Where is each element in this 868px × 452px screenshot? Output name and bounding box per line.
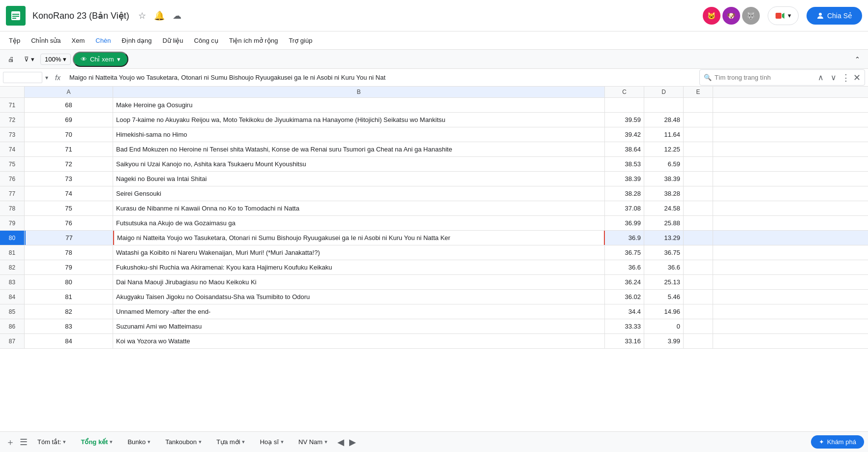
- cell-a[interactable]: 73: [25, 172, 113, 186]
- cell-d[interactable]: 12.25: [644, 142, 684, 156]
- table-row[interactable]: 77 74 Seirei Gensouki 38.28 38.28: [0, 186, 868, 201]
- menu-tienich[interactable]: Tiện ích mở rộng: [224, 35, 283, 46]
- cell-b[interactable]: Akugyaku Taisen Jigoku no Ooisandatsu-Sh…: [113, 290, 605, 304]
- cell-d[interactable]: 14.96: [644, 304, 684, 319]
- cell-a[interactable]: 84: [25, 334, 113, 348]
- cell-d[interactable]: 28.48: [644, 113, 684, 127]
- cell-c[interactable]: 33.16: [605, 334, 644, 348]
- cell-d[interactable]: 0: [644, 319, 684, 333]
- cell-c[interactable]: 39.42: [605, 127, 644, 142]
- table-row[interactable]: 85 82 Unnamed Memory -after the end- 34.…: [0, 304, 868, 319]
- cell-b[interactable]: Loop 7-kaime no Akuyaku Reijou wa, Moto …: [113, 113, 605, 127]
- search-input[interactable]: [715, 74, 813, 81]
- table-row[interactable]: 73 70 Himekishi-sama no Himo 39.42 11.64: [0, 127, 868, 142]
- cell-d[interactable]: 24.58: [644, 201, 684, 215]
- table-row[interactable]: 87 84 Koi wa Yozora wo Watatte 33.16 3.9…: [0, 334, 868, 349]
- cell-a[interactable]: 70: [25, 127, 113, 142]
- cell-e[interactable]: [684, 304, 713, 319]
- star-icon[interactable]: ☆: [136, 9, 148, 22]
- cell-e[interactable]: [684, 157, 713, 171]
- menu-dulieu[interactable]: Dữ liệu: [158, 35, 188, 46]
- table-row[interactable]: 80 77 Maigo ni Natteita Youjo wo Tasuket…: [0, 231, 868, 245]
- menu-trogiup[interactable]: Trợ giúp: [284, 35, 317, 46]
- cell-a[interactable]: 78: [25, 245, 113, 260]
- cloud-icon[interactable]: ☁: [171, 9, 183, 22]
- cell-a[interactable]: 74: [25, 186, 113, 201]
- cell-c[interactable]: 39.59: [605, 113, 644, 127]
- table-row[interactable]: 81 78 Watashi ga Koibito ni Nareru Waken…: [0, 245, 868, 260]
- cell-e[interactable]: [684, 334, 713, 348]
- cell-c[interactable]: 38.64: [605, 142, 644, 156]
- alarm-icon[interactable]: 🔔: [152, 9, 167, 22]
- cell-c[interactable]: 37.08: [605, 201, 644, 215]
- cell-a[interactable]: 80: [25, 275, 113, 289]
- cell-b[interactable]: Nageki no Bourei wa Intai Shitai: [113, 172, 605, 186]
- cell-d[interactable]: 38.39: [644, 172, 684, 186]
- cell-c[interactable]: 36.75: [605, 245, 644, 260]
- cell-c[interactable]: 38.28: [605, 186, 644, 201]
- cell-b[interactable]: Koi wa Yozora wo Watatte: [113, 334, 605, 348]
- table-row[interactable]: 71 68 Make Heroine ga Oosugiru: [0, 98, 868, 113]
- col-header-D[interactable]: D: [644, 87, 684, 97]
- tab-tankoubon[interactable]: Tankoubon ▾: [158, 435, 209, 449]
- table-row[interactable]: 82 79 Fukushoku-shi Ruchia wa Akiramenai…: [0, 260, 868, 275]
- cell-d[interactable]: 13.29: [644, 231, 684, 245]
- tab-prev-button[interactable]: ◀: [335, 435, 346, 450]
- search-next-button[interactable]: ∨: [829, 72, 838, 83]
- cell-b[interactable]: Dai Nana Maouji Jirubagiasu no Maou Keik…: [113, 275, 605, 289]
- cell-e[interactable]: [684, 172, 713, 186]
- cell-e[interactable]: [684, 113, 713, 127]
- share-button[interactable]: Chia Sẻ: [807, 7, 862, 25]
- cell-e[interactable]: [684, 290, 713, 304]
- cell-d[interactable]: 25.13: [644, 275, 684, 289]
- tab-tomtat[interactable]: Tóm tắt: ▾: [30, 435, 73, 449]
- collapse-button[interactable]: ⌃: [851, 54, 864, 65]
- cell-a[interactable]: 77: [25, 231, 113, 245]
- tab-tongket[interactable]: Tổng kết ▾: [74, 435, 120, 449]
- menu-dinhdag[interactable]: Định dạng: [117, 35, 156, 46]
- cell-b[interactable]: Fukushoku-shi Ruchia wa Akiramenai: Kyou…: [113, 260, 605, 274]
- cell-b[interactable]: Unnamed Memory -after the end-: [113, 304, 605, 319]
- table-row[interactable]: 75 72 Saikyou ni Uzai Kanojo no, Ashita …: [0, 157, 868, 172]
- table-row[interactable]: 78 75 Kurasu de Nibanme ni Kawaii Onna n…: [0, 201, 868, 216]
- explore-button[interactable]: ✦ Khám phá: [811, 435, 864, 449]
- menu-congcu[interactable]: Công cụ: [189, 35, 223, 46]
- cell-a[interactable]: 83: [25, 319, 113, 333]
- tab-next-button[interactable]: ▶: [347, 435, 358, 450]
- cell-c[interactable]: 33.33: [605, 319, 644, 333]
- cell-a[interactable]: 69: [25, 113, 113, 127]
- cell-d[interactable]: 6.59: [644, 157, 684, 171]
- view-button[interactable]: 👁 Chỉ xem ▾: [73, 52, 128, 67]
- cell-d[interactable]: 5.46: [644, 290, 684, 304]
- cell-c[interactable]: 36.24: [605, 275, 644, 289]
- cell-b[interactable]: Futsutsuka na Akujo de wa Gozaimasu ga: [113, 216, 605, 230]
- cell-d[interactable]: 11.64: [644, 127, 684, 142]
- menu-chen[interactable]: Chèn: [90, 35, 116, 46]
- cell-e[interactable]: [684, 98, 713, 112]
- cell-b[interactable]: Maigo ni Natteita Youjo wo Tasuketara, O…: [113, 231, 605, 245]
- formula-bar-content[interactable]: Maigo ni Natteita Youjo wo Tasuketara, O…: [66, 72, 697, 83]
- cell-b[interactable]: Watashi ga Koibito ni Nareru Wakenaijan,…: [113, 245, 605, 260]
- search-close-button[interactable]: ✕: [853, 72, 861, 83]
- table-row[interactable]: 79 76 Futsutsuka na Akujo de wa Gozaimas…: [0, 216, 868, 231]
- table-row[interactable]: 86 83 Suzunami Ami wo Matteimasu 33.33 0: [0, 319, 868, 334]
- cell-d[interactable]: 38.28: [644, 186, 684, 201]
- cell-c[interactable]: 36.9: [605, 231, 644, 245]
- col-header-E[interactable]: E: [684, 87, 713, 97]
- cell-c[interactable]: [605, 98, 644, 112]
- col-header-B[interactable]: B: [113, 87, 605, 97]
- cell-b[interactable]: Saikyou ni Uzai Kanojo no, Ashita kara T…: [113, 157, 605, 171]
- add-sheet-button[interactable]: ＋: [4, 434, 17, 450]
- cell-b[interactable]: Seirei Gensouki: [113, 186, 605, 201]
- cell-e[interactable]: [684, 319, 713, 333]
- cell-e[interactable]: [684, 245, 713, 260]
- cell-e[interactable]: [684, 186, 713, 201]
- table-row[interactable]: 76 73 Nageki no Bourei wa Intai Shitai 3…: [0, 172, 868, 186]
- cell-c[interactable]: 36.02: [605, 290, 644, 304]
- cell-e[interactable]: [684, 231, 713, 245]
- cell-a[interactable]: 82: [25, 304, 113, 319]
- cell-e[interactable]: [684, 275, 713, 289]
- search-more-button[interactable]: ⋮: [841, 72, 850, 83]
- search-prev-button[interactable]: ∧: [816, 72, 826, 83]
- cell-a[interactable]: 68: [25, 98, 113, 112]
